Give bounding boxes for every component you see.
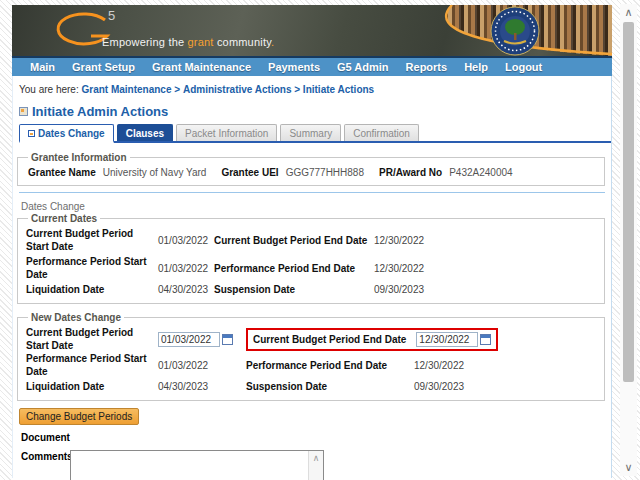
field-value: 01/03/2022: [158, 262, 214, 275]
tab-clauses[interactable]: Clauses: [117, 124, 173, 141]
page-content: You are here: Grant Maintenance > Admini…: [12, 76, 612, 478]
section-divider: [19, 192, 605, 193]
breadcrumb-separator: >: [294, 84, 300, 95]
current-dates-legend: Current Dates: [28, 213, 100, 224]
scroll-up-icon[interactable]: [620, 6, 637, 19]
grantee-information-fieldset: Grantee Information Grantee Name Univers…: [17, 152, 605, 186]
calendar-icon[interactable]: [480, 334, 491, 345]
breadcrumb-link-initiate-actions[interactable]: Initiate Actions: [303, 84, 374, 95]
nav-item-payments[interactable]: Payments: [268, 61, 320, 73]
tagline-dot: .: [271, 36, 274, 48]
tagline-highlight: grant: [188, 36, 214, 48]
tab-label: Dates Change: [38, 128, 105, 139]
breadcrumb: You are here: Grant Maintenance > Admini…: [13, 76, 611, 95]
department-of-education-seal-icon: [490, 6, 540, 56]
date-row: Liquidation Date 04/30/2023 Suspension D…: [26, 283, 598, 296]
pr-award-no-value: P432A240004: [449, 167, 512, 178]
field-label: Current Budget Period Start Date: [26, 326, 158, 352]
current-budget-end-date-input[interactable]: [416, 332, 478, 347]
document-label: Document: [21, 432, 611, 443]
field-value: 12/30/2022: [374, 234, 598, 247]
new-dates-change-legend: New Dates Change: [28, 312, 124, 323]
grantee-name-label: Grantee Name: [28, 167, 96, 178]
date-row: Current Budget Period Start Date 01/03/2…: [26, 227, 598, 253]
nav-item-g5-admin[interactable]: G5 Admin: [337, 61, 389, 73]
tab-dates-change[interactable]: Dates Change: [19, 124, 114, 143]
comments-input[interactable]: [70, 450, 324, 480]
highlight-box: Current Budget Period End Date: [246, 328, 498, 351]
grantee-uei-label: Grantee UEI: [221, 167, 278, 178]
form-icon: [19, 107, 28, 116]
main-navbar: Main Grant Setup Grant Maintenance Payme…: [12, 56, 612, 76]
pr-award-no-label: PR/Award No: [379, 167, 442, 178]
tagline: Empowering the grant community.: [102, 36, 274, 48]
scrollbar-thumb[interactable]: [623, 22, 634, 382]
grantee-uei-value: GGG777HHH888: [286, 167, 364, 178]
field-label: Performance Period End Date: [214, 262, 374, 275]
nav-item-help[interactable]: Help: [464, 61, 488, 73]
field-value: 04/30/2023: [158, 380, 246, 393]
header-banner: 5 Empowering the grant community.: [12, 5, 612, 56]
field-label: Performance Period Start Date: [26, 352, 158, 378]
nav-item-main[interactable]: Main: [30, 61, 55, 73]
field-value: 01/03/2022: [158, 234, 214, 247]
nav-item-logout[interactable]: Logout: [505, 61, 542, 73]
tagline-pre: Empowering the: [102, 36, 188, 48]
tagline-post: community: [214, 36, 271, 48]
comments-row: Comments: [21, 450, 611, 480]
breadcrumb-separator: >: [174, 84, 180, 95]
field-label: Performance Period End Date: [246, 359, 414, 372]
date-input-row: Current Budget Period Start Date Current…: [26, 326, 598, 350]
field-value: 04/30/2023: [158, 283, 214, 296]
grantee-info-row: Grantee Name University of Navy Yard Gra…: [26, 164, 598, 180]
date-row: Performance Period Start Date 01/03/2022…: [26, 255, 598, 281]
tab-bar: Dates Change Clauses Packet Information …: [19, 124, 611, 143]
field-label: Current Budget Period Start Date: [26, 227, 158, 253]
field-label: Current Budget Period End Date: [214, 234, 374, 247]
field-value: 09/30/2023: [374, 283, 598, 296]
date-row: Liquidation Date 04/30/2023 Suspension D…: [26, 380, 598, 393]
comments-label: Comments: [21, 450, 70, 480]
scroll-down-icon[interactable]: [620, 461, 637, 474]
breadcrumb-link-administrative-actions[interactable]: Administrative Actions: [183, 84, 292, 95]
field-label: Suspension Date: [246, 380, 414, 393]
grantee-name-value: University of Navy Yard: [103, 167, 207, 178]
nav-item-reports[interactable]: Reports: [406, 61, 448, 73]
page-title: Initiate Admin Actions: [32, 104, 168, 119]
scroll-up-icon[interactable]: [309, 453, 323, 463]
dates-change-section-label: Dates Change: [21, 201, 611, 212]
field-value: 09/30/2023: [414, 380, 598, 393]
current-budget-start-date-input[interactable]: [158, 332, 220, 347]
banner-bookshelf-image: [397, 5, 612, 56]
app-window: 5 Empowering the grant community.: [12, 5, 612, 480]
current-dates-fieldset: Current Dates Current Budget Period Star…: [17, 213, 605, 304]
breadcrumb-link-grant-maintenance[interactable]: Grant Maintenance: [81, 84, 171, 95]
breadcrumb-prefix: You are here:: [19, 84, 79, 95]
field-label: Liquidation Date: [26, 380, 158, 393]
nav-item-grant-maintenance[interactable]: Grant Maintenance: [152, 61, 251, 73]
field-value: 01/03/2022: [158, 359, 246, 372]
grantee-information-legend: Grantee Information: [28, 152, 130, 163]
textarea-scrollbar[interactable]: [308, 451, 323, 480]
tab-packet-information[interactable]: Packet Information: [176, 124, 277, 141]
date-row: Performance Period Start Date 01/03/2022…: [26, 352, 598, 378]
title-row: Initiate Admin Actions: [19, 104, 611, 119]
tab-confirmation[interactable]: Confirmation: [344, 124, 419, 141]
nav-item-grant-setup[interactable]: Grant Setup: [72, 61, 135, 73]
field-value: 12/30/2022: [414, 359, 598, 372]
field-label: Current Budget Period End Date: [253, 333, 406, 346]
g5-logo-five: 5: [108, 8, 115, 23]
field-label: Performance Period Start Date: [26, 255, 158, 281]
field-value: 12/30/2022: [374, 262, 598, 275]
change-budget-periods-button[interactable]: Change Budget Periods: [19, 408, 139, 425]
field-label: Liquidation Date: [26, 283, 158, 296]
page-scrollbar[interactable]: [620, 4, 637, 476]
tab-summary[interactable]: Summary: [280, 124, 341, 141]
new-dates-change-fieldset: New Dates Change Current Budget Period S…: [17, 312, 605, 401]
calendar-icon[interactable]: [222, 334, 233, 345]
field-label: Suspension Date: [214, 283, 374, 296]
tab-icon: [28, 130, 35, 137]
